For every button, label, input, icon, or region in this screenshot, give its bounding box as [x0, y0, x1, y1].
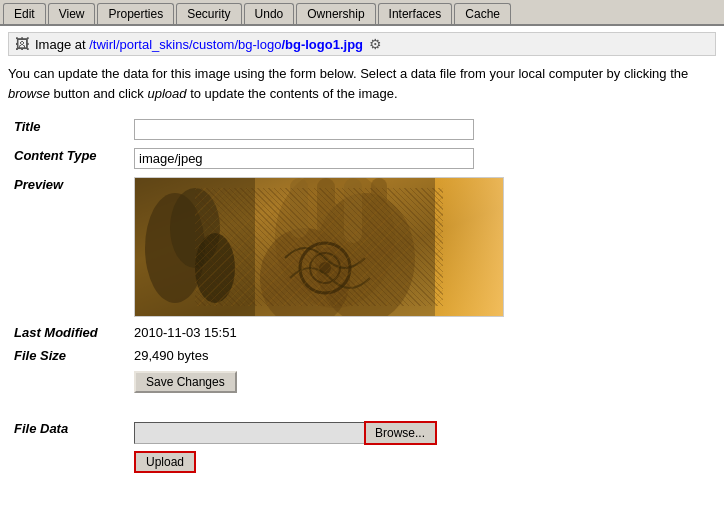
- path-link-portal-skins[interactable]: /portal_skins: [116, 37, 189, 52]
- path-link-twirl[interactable]: /twirl: [89, 37, 116, 52]
- upload-button[interactable]: Upload: [134, 451, 196, 473]
- preview-svg: [135, 178, 504, 317]
- last-modified-value: 2010-11-03 15:51: [128, 321, 716, 344]
- svg-point-7: [315, 193, 415, 317]
- title-row: Title: [8, 115, 716, 144]
- description-text: You can update the data for this image u…: [8, 64, 716, 103]
- path-link-custom[interactable]: /custom: [189, 37, 235, 52]
- tab-view[interactable]: View: [48, 3, 96, 24]
- content-type-label: Content Type: [8, 144, 128, 173]
- tab-undo[interactable]: Undo: [244, 3, 295, 24]
- svg-point-14: [300, 243, 350, 293]
- tab-interfaces[interactable]: Interfaces: [378, 3, 453, 24]
- svg-rect-11: [344, 178, 362, 243]
- svg-rect-12: [371, 178, 387, 233]
- preview-row: Preview: [8, 173, 716, 321]
- edit-form: Title Content Type Preview: [8, 115, 716, 477]
- file-path-display: [134, 422, 364, 444]
- svg-point-3: [170, 188, 220, 268]
- info-icon: ⚙: [369, 36, 382, 52]
- path-link-bg-logo1[interactable]: /bg-logo1.jpg: [281, 37, 363, 52]
- breadcrumb: 🖼 Image at /twirl/portal_skins/custom/bg…: [8, 32, 716, 56]
- title-input[interactable]: [134, 119, 474, 140]
- path-link-bg-logo[interactable]: /bg-logo: [234, 37, 281, 52]
- svg-rect-13: [435, 178, 504, 317]
- file-size-row: File Size 29,490 bytes: [8, 344, 716, 367]
- tab-ownership[interactable]: Ownership: [296, 3, 375, 24]
- svg-rect-10: [317, 178, 335, 248]
- path-prefix: Image at: [35, 37, 86, 52]
- svg-point-4: [195, 233, 235, 303]
- tab-cache[interactable]: Cache: [454, 3, 511, 24]
- save-row: Save Changes: [8, 367, 716, 397]
- svg-point-15: [310, 253, 340, 283]
- image-icon: 🖼: [15, 36, 29, 52]
- spacer-row: [8, 397, 716, 417]
- browse-button[interactable]: Browse...: [364, 421, 437, 445]
- last-modified-row: Last Modified 2010-11-03 15:51: [8, 321, 716, 344]
- file-data-label: File Data: [8, 417, 128, 477]
- svg-rect-9: [290, 178, 308, 238]
- tab-security[interactable]: Security: [176, 3, 241, 24]
- svg-point-6: [275, 178, 395, 308]
- tab-bar: Edit View Properties Security Undo Owner…: [0, 0, 724, 26]
- file-size-value: 29,490 bytes: [128, 344, 716, 367]
- title-label: Title: [8, 115, 128, 144]
- save-changes-button[interactable]: Save Changes: [134, 371, 237, 393]
- content-type-row: Content Type: [8, 144, 716, 173]
- file-data-row: File Data Browse... Upload: [8, 417, 716, 477]
- main-content: 🖼 Image at /twirl/portal_skins/custom/bg…: [0, 26, 724, 483]
- preview-label: Preview: [8, 173, 128, 321]
- last-modified-label: Last Modified: [8, 321, 128, 344]
- svg-point-16: [319, 262, 331, 274]
- file-input-group: Browse...: [134, 421, 710, 445]
- tab-properties[interactable]: Properties: [97, 3, 174, 24]
- svg-rect-5: [255, 178, 435, 317]
- tab-edit[interactable]: Edit: [3, 3, 46, 24]
- file-size-label: File Size: [8, 344, 128, 367]
- preview-image: [134, 177, 504, 317]
- content-type-input[interactable]: [134, 148, 474, 169]
- svg-point-8: [260, 228, 350, 317]
